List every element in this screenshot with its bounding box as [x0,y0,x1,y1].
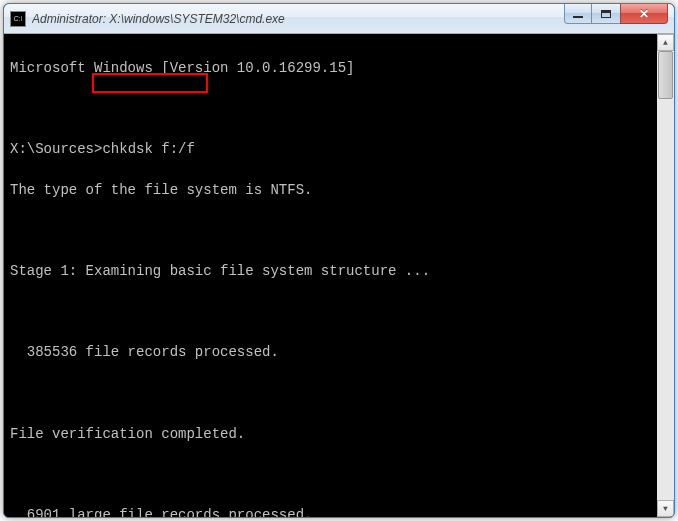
command-text: chkdsk f:/f [102,139,194,159]
scroll-thumb[interactable] [658,51,673,99]
output-line [10,221,674,241]
scroll-up-arrow[interactable]: ▲ [657,34,674,51]
prompt: X:\Sources> [10,139,102,159]
output-line: 6901 large file records processed. [10,505,674,517]
cmd-icon: C:\ [10,11,26,27]
minimize-icon [573,15,583,18]
output-line: 385536 file records processed. [10,342,674,362]
close-icon: ✕ [639,7,649,21]
window-title: Administrator: X:\windows\SYSTEM32\cmd.e… [32,12,565,26]
output-line: Stage 1: Examining basic file system str… [10,261,674,281]
output-line: Microsoft Windows [Version 10.0.16299.15… [10,58,674,78]
close-button[interactable]: ✕ [620,4,668,24]
scroll-down-arrow[interactable]: ▼ [657,500,674,517]
output-line [10,99,674,119]
output-line [10,383,674,403]
terminal-body[interactable]: Microsoft Windows [Version 10.0.16299.15… [4,34,674,517]
output-line [10,464,674,484]
scroll-track[interactable] [657,51,674,500]
minimize-button[interactable] [564,4,592,24]
titlebar[interactable]: C:\ Administrator: X:\windows\SYSTEM32\c… [4,4,674,34]
vertical-scrollbar[interactable]: ▲ ▼ [657,34,674,517]
prompt-line: X:\Sources>chkdsk f:/f [10,139,674,159]
output-line: File verification completed. [10,424,674,444]
output-line: The type of the file system is NTFS. [10,180,674,200]
window-controls: ✕ [565,4,674,33]
output-line [10,302,674,322]
maximize-icon [601,10,611,18]
cmd-window: C:\ Administrator: X:\windows\SYSTEM32\c… [3,3,675,518]
maximize-button[interactable] [591,4,621,24]
